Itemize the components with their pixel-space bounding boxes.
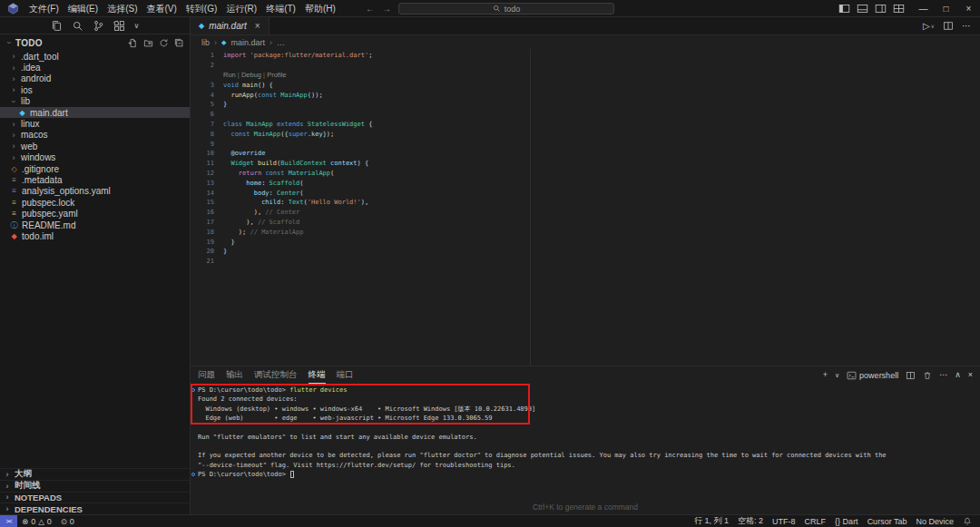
sidebar-section-2[interactable]: ›NOTEPADS: [0, 492, 190, 503]
command-decoration-icon[interactable]: [191, 473, 195, 476]
menu-item-5[interactable]: 运行(R): [221, 4, 261, 14]
forward-icon[interactable]: →: [382, 4, 391, 14]
breadcrumb-file[interactable]: main.dart: [230, 38, 265, 47]
search-view-icon[interactable]: [72, 20, 83, 32]
more-actions-icon[interactable]: ⋯: [962, 21, 971, 31]
terminal-content[interactable]: PS D:\cursor\todo\todo> flutter devicesF…: [191, 384, 980, 514]
line-number: 7: [191, 121, 214, 128]
tree-item-android[interactable]: ›android: [0, 73, 190, 84]
maximize-panel-icon[interactable]: ∧: [955, 371, 961, 379]
code-token: [223, 180, 246, 187]
split-terminal-icon[interactable]: [906, 371, 916, 380]
run-button[interactable]: ▷ ∨: [923, 21, 935, 31]
breadcrumb-symbol-ellipsis[interactable]: …: [277, 38, 285, 47]
sidebar-section-1[interactable]: ›时间线: [0, 480, 190, 492]
back-icon[interactable]: ←: [366, 4, 375, 14]
menu-item-0[interactable]: 文件(F): [24, 4, 64, 14]
panel-tab-ports[interactable]: 端口: [337, 366, 354, 384]
panel-tab-terminal[interactable]: 终端: [309, 366, 326, 384]
menu-item-2[interactable]: 选择(S): [103, 4, 142, 14]
customize-layout-icon[interactable]: [893, 4, 905, 14]
status-item-3[interactable]: CRLF: [800, 517, 831, 526]
toggle-secondary-sidebar-icon[interactable]: [875, 4, 887, 14]
codelens-debug[interactable]: Debug: [241, 71, 261, 79]
explorer-header[interactable]: › TODO: [0, 34, 190, 51]
panel-tab-debug-console[interactable]: 调试控制台: [254, 366, 298, 384]
tree-item-todo.iml[interactable]: ◆todo.iml: [0, 230, 190, 241]
status-item-6[interactable]: No Device: [911, 517, 958, 526]
status-item-1[interactable]: 空格: 2: [733, 515, 768, 527]
terminal-profile[interactable]: powershell: [847, 371, 898, 380]
source-control-icon[interactable]: [93, 20, 104, 32]
status-item-4[interactable]: {} Dart: [830, 517, 863, 526]
minimize-button[interactable]: —: [912, 0, 935, 17]
toggle-panel-icon[interactable]: [857, 4, 868, 14]
toggle-sidebar-icon[interactable]: [838, 4, 850, 14]
status-item-5[interactable]: Cursor Tab: [863, 517, 912, 526]
notifications-bell[interactable]: [958, 517, 976, 526]
more-views-chevron-icon[interactable]: ∨: [134, 22, 140, 30]
extensions-view-icon[interactable]: [113, 20, 125, 32]
status-item-0[interactable]: 行 1, 列 1: [690, 515, 733, 527]
tree-item-README.md[interactable]: ⓘREADME.md: [0, 220, 190, 230]
tree-item-linux[interactable]: ›linux: [0, 118, 190, 129]
new-folder-icon[interactable]: [143, 38, 153, 48]
close-tab-icon[interactable]: ×: [255, 21, 260, 31]
explorer-view-icon[interactable]: [51, 20, 63, 32]
ports-badge[interactable]: ⊙ 0: [56, 517, 79, 526]
code-line-16: 16 ), // Center: [191, 208, 980, 218]
maximize-button[interactable]: □: [935, 0, 957, 17]
kill-terminal-icon[interactable]: [923, 371, 932, 380]
new-terminal-icon[interactable]: +: [823, 371, 828, 379]
code-editor[interactable]: 1import 'package:flutter/material.dart';…: [191, 49, 980, 366]
menu-item-7[interactable]: 帮助(H): [300, 4, 340, 14]
status-item-2[interactable]: UTF-8: [768, 517, 800, 526]
tree-item-analysis_options.yaml[interactable]: ≡analysis_options.yaml: [0, 186, 190, 197]
code-token: main: [242, 82, 258, 89]
terminal-profile-chevron-icon[interactable]: ∨: [835, 371, 839, 379]
code-token: import: [223, 52, 246, 59]
folder-chevron-icon: ›: [10, 86, 17, 93]
menu-item-6[interactable]: 终端(T): [261, 4, 300, 14]
tree-item-main.dart[interactable]: ◆main.dart: [0, 107, 190, 118]
menu-item-4[interactable]: 转到(G): [181, 4, 221, 14]
tree-item-.idea[interactable]: ›.idea: [0, 62, 190, 73]
command-center-search[interactable]: todo: [398, 3, 614, 15]
remote-indicator[interactable]: ><: [0, 515, 17, 527]
panel-tab-problems[interactable]: 问题: [198, 366, 215, 384]
tree-item-pubspec.lock[interactable]: ≡pubspec.lock: [0, 197, 190, 208]
tree-item-ios[interactable]: ›ios: [0, 84, 190, 95]
panel-tab-output[interactable]: 输出: [226, 366, 243, 384]
section-label: 大纲: [15, 468, 32, 480]
menu-item-1[interactable]: 编辑(E): [64, 4, 103, 14]
sidebar-section-3[interactable]: ›DEPENDENCIES: [0, 503, 190, 514]
terminal-line-5: [198, 423, 980, 432]
split-editor-icon[interactable]: [943, 21, 954, 31]
sidebar-sections: ›大纲›时间线›NOTEPADS›DEPENDENCIES: [0, 468, 190, 514]
meta-file-icon: ≡: [10, 176, 18, 184]
tree-item-.metadata[interactable]: ≡.metadata: [0, 174, 190, 185]
codelens-run[interactable]: Run: [223, 71, 236, 79]
menu-item-3[interactable]: 查看(V): [142, 4, 181, 14]
codelens-profile[interactable]: Profile: [267, 71, 286, 79]
tree-item-.gitignore[interactable]: ◇.gitignore: [0, 163, 190, 174]
problems-badge[interactable]: ⊗ 0 △ 0: [17, 517, 56, 526]
tree-item-windows[interactable]: ›windows: [0, 152, 190, 163]
terminal-text: Found 2 connected devices:: [198, 395, 298, 403]
panel-more-actions-icon[interactable]: ⋯: [939, 371, 947, 379]
close-window-button[interactable]: ×: [957, 0, 980, 17]
close-panel-icon[interactable]: ×: [968, 371, 973, 379]
tree-item-.dart_tool[interactable]: ›.dart_tool: [0, 51, 190, 62]
command-decoration-icon[interactable]: [191, 388, 195, 392]
tree-item-pubspec.yaml[interactable]: ≡pubspec.yaml: [0, 208, 190, 219]
sidebar-section-0[interactable]: ›大纲: [0, 468, 190, 480]
tab-main-dart[interactable]: ◆ main.dart ×: [191, 17, 270, 34]
tree-item-macos[interactable]: ›macos: [0, 130, 190, 141]
refresh-icon[interactable]: [159, 38, 169, 48]
tree-item-web[interactable]: ›web: [0, 141, 190, 151]
breadcrumb-folder[interactable]: lib: [201, 38, 210, 47]
collapse-all-icon[interactable]: [174, 38, 184, 48]
new-file-icon[interactable]: [128, 38, 138, 48]
code-lines: 1import 'package:flutter/material.dart';…: [191, 51, 980, 267]
tree-item-lib[interactable]: ›lib: [0, 96, 190, 107]
